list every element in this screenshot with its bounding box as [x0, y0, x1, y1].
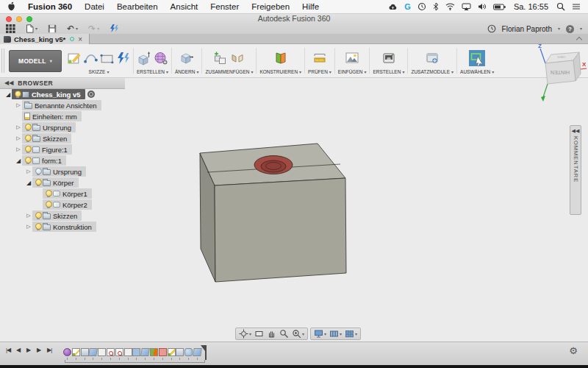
- timeline-feature-joint[interactable]: [115, 348, 123, 356]
- help-dropdown[interactable]: ▾: [580, 26, 582, 31]
- minimize-window-button[interactable]: [16, 16, 22, 22]
- skizze-dropdown[interactable]: SKIZZE▾: [89, 69, 110, 76]
- form-icon[interactable]: [154, 51, 168, 66]
- extrude-icon[interactable]: [137, 51, 151, 66]
- new-document-dropdown[interactable]: ▾: [35, 26, 37, 31]
- tree-expander[interactable]: ◢: [4, 91, 12, 98]
- zoom-window-button[interactable]: [26, 16, 32, 22]
- undo-button[interactable]: ↶: [67, 24, 74, 33]
- tree-item[interactable]: form:1: [22, 155, 66, 166]
- tree-expander[interactable]: ▷: [15, 102, 22, 108]
- tree-expander[interactable]: ▷: [15, 124, 22, 130]
- notification-center-icon[interactable]: [572, 3, 581, 10]
- tree-item[interactable]: Körper: [32, 177, 79, 188]
- menu-app-name[interactable]: Fusion 360: [28, 2, 72, 11]
- visibility-bulb-icon[interactable]: [35, 179, 40, 187]
- play-button[interactable]: ▶: [26, 347, 30, 353]
- tree-expander[interactable]: ◢: [25, 180, 32, 186]
- zoom-window-button[interactable]: ▾: [292, 329, 304, 339]
- logitech-g-icon[interactable]: G: [404, 2, 411, 11]
- zusatzmodule-dropdown[interactable]: ZUSATZMODULE▾: [411, 69, 453, 76]
- timeline-feature-box[interactable]: [98, 348, 106, 356]
- timeline-feature-split-body[interactable]: [150, 348, 158, 356]
- job-status-button[interactable]: [110, 24, 118, 33]
- battery-icon[interactable]: [493, 4, 506, 10]
- model-3d[interactable]: [184, 136, 354, 290]
- airplay-display-icon[interactable]: [462, 3, 471, 10]
- timeline-feature-sketch[interactable]: [168, 348, 176, 356]
- menu-datei[interactable]: Datei: [85, 2, 104, 11]
- erstellen-make-dropdown[interactable]: ERSTELLEN▾: [373, 69, 404, 76]
- new-component-icon[interactable]: [213, 51, 228, 66]
- data-panel-button[interactable]: [6, 24, 15, 33]
- close-window-button[interactable]: [6, 16, 12, 22]
- timeline-feature-press-pull[interactable]: [159, 348, 167, 356]
- browser-panel-header[interactable]: ◀◀ BROWSER: [0, 78, 125, 89]
- timeline-feature-sketch[interactable]: [72, 348, 80, 356]
- make-3dprint-icon[interactable]: [381, 51, 396, 66]
- viewport-layout-button[interactable]: ▾: [345, 329, 357, 339]
- orbit-button[interactable]: ▾: [239, 329, 251, 339]
- tree-item[interactable]: Konstruktion: [32, 222, 96, 232]
- tree-expander[interactable]: ▷: [25, 169, 32, 174]
- timeline-feature-fillet[interactable]: [89, 348, 98, 356]
- joint-icon[interactable]: [230, 51, 245, 66]
- tree-expander[interactable]: ▷: [25, 213, 32, 219]
- user-account-button[interactable]: Florian Paproth: [502, 25, 552, 33]
- construction-plane-icon[interactable]: [273, 51, 288, 66]
- zusammenfuegen-dropdown[interactable]: ZUSAMMENFÜGEN▾: [205, 69, 253, 76]
- menu-bearbeiten[interactable]: Bearbeiten: [117, 2, 158, 11]
- menubar-clock[interactable]: Sa. 16:55: [514, 2, 548, 11]
- tree-item[interactable]: Ursprung: [32, 166, 86, 177]
- timeline-feature-fillet[interactable]: [140, 348, 150, 356]
- grid-settings-button[interactable]: ▾: [329, 329, 342, 339]
- volume-icon[interactable]: [478, 3, 487, 10]
- redo-button[interactable]: ↷: [88, 24, 96, 33]
- collapse-toolbar-chevron[interactable]: [576, 37, 582, 43]
- tree-expander[interactable]: ▷: [15, 146, 22, 152]
- pan-button[interactable]: [267, 329, 276, 339]
- tree-item[interactable]: Körper1: [43, 188, 92, 199]
- create-sketch-icon[interactable]: [68, 52, 82, 66]
- step-forward-button[interactable]: ▶: [37, 347, 40, 353]
- zoom-button[interactable]: [279, 329, 289, 339]
- new-document-button[interactable]: ▾: [26, 24, 37, 33]
- press-pull-icon[interactable]: [179, 51, 194, 66]
- undo-dropdown[interactable]: ▾: [76, 26, 78, 31]
- tree-expander[interactable]: ▷: [25, 224, 32, 230]
- redo-dropdown[interactable]: ▾: [97, 26, 99, 31]
- collapse-browser-icon[interactable]: ◀◀: [4, 80, 13, 86]
- bluetooth-icon[interactable]: [433, 2, 439, 11]
- document-tab[interactable]: Chess_king v5* ×: [0, 34, 90, 44]
- look-at-button[interactable]: [254, 329, 264, 339]
- go-to-start-button[interactable]: |◀: [6, 347, 10, 353]
- apple-menu-icon[interactable]: [7, 1, 15, 13]
- timeline-feature-revolve[interactable]: [184, 348, 193, 356]
- auswaehlen-dropdown[interactable]: AUSWÄHLEN▾: [460, 69, 494, 76]
- timeline-position-marker[interactable]: [205, 345, 207, 360]
- tree-expander[interactable]: ▷: [15, 135, 22, 141]
- visibility-bulb-icon[interactable]: [14, 91, 20, 99]
- display-settings-button[interactable]: ▾: [314, 329, 326, 339]
- tab-close-button[interactable]: ×: [78, 35, 82, 43]
- insert-image-icon[interactable]: [345, 51, 359, 66]
- timeline-feature-form[interactable]: [63, 348, 71, 356]
- timeline-settings-gear-icon[interactable]: ⚙: [569, 346, 578, 355]
- go-to-end-button[interactable]: ▶|: [47, 347, 51, 353]
- visibility-bulb-icon[interactable]: [24, 124, 30, 132]
- spline-icon[interactable]: [84, 52, 98, 66]
- tree-item[interactable]: Körper2: [43, 199, 92, 210]
- addins-icon[interactable]: [425, 51, 440, 66]
- wifi-icon[interactable]: [445, 3, 455, 10]
- project-geometry-icon[interactable]: [116, 52, 130, 66]
- step-back-button[interactable]: ◀: [16, 347, 20, 353]
- timeline-feature-extrude-blue[interactable]: [132, 348, 140, 356]
- visibility-bulb-icon[interactable]: [35, 168, 40, 176]
- aendern-dropdown[interactable]: ÄNDERN▾: [175, 69, 198, 76]
- menu-fenster[interactable]: Fenster: [210, 2, 239, 11]
- timeline-feature-extrude[interactable]: [81, 348, 89, 356]
- menu-freigeben[interactable]: Freigeben: [251, 2, 290, 11]
- tree-item[interactable]: Ursprung: [22, 122, 76, 132]
- activate-component-radio[interactable]: [87, 91, 95, 98]
- measure-icon[interactable]: [312, 51, 327, 66]
